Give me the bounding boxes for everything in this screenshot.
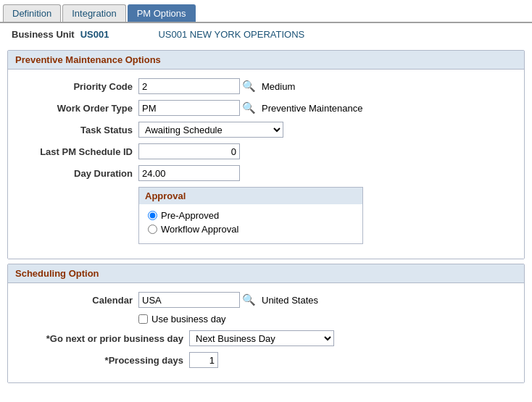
day-duration-label: Day Duration bbox=[22, 168, 138, 179]
pre-approved-label: Pre-Approved bbox=[161, 210, 219, 221]
tab-integration[interactable]: Integration bbox=[62, 4, 125, 22]
last-pm-label: Last PM Schedule ID bbox=[22, 146, 138, 157]
pre-approved-row: Pre-Approved bbox=[148, 210, 354, 221]
pm-options-section: Preventive Maintenance Options Priority … bbox=[7, 50, 525, 259]
scheduling-section-header: Scheduling Option bbox=[8, 264, 524, 283]
go-next-prior-label: *Go next or prior business day bbox=[22, 333, 189, 344]
tab-definition[interactable]: Definition bbox=[3, 4, 61, 22]
workflow-approval-row: Workflow Approval bbox=[148, 224, 354, 235]
task-status-row: Task Status Awaiting Schedule bbox=[22, 122, 510, 138]
use-business-day-row: Use business day bbox=[138, 314, 510, 324]
priority-code-row: Priority Code 🔍 Medium bbox=[22, 78, 510, 94]
pm-section-body: Priority Code 🔍 Medium Work Order Type 🔍… bbox=[8, 70, 524, 259]
task-status-label: Task Status bbox=[22, 125, 138, 135]
priority-code-desc: Medium bbox=[262, 81, 295, 92]
pm-section-header: Preventive Maintenance Options bbox=[8, 51, 524, 70]
processing-days-input[interactable] bbox=[189, 352, 218, 368]
work-order-type-input[interactable] bbox=[138, 100, 240, 116]
go-next-prior-select[interactable]: Next Business Day Prior Business Day bbox=[189, 330, 334, 346]
priority-code-input[interactable] bbox=[138, 78, 240, 94]
workflow-approval-label: Workflow Approval bbox=[161, 224, 238, 235]
work-order-type-label: Work Order Type bbox=[22, 103, 138, 114]
scheduling-section: Scheduling Option Calendar 🔍 United Stat… bbox=[7, 264, 525, 383]
approval-panel: Approval Pre-Approved Workflow Approval bbox=[138, 187, 363, 244]
last-pm-input[interactable] bbox=[138, 143, 240, 159]
last-pm-row: Last PM Schedule ID bbox=[22, 143, 510, 159]
processing-days-label: *Processing days bbox=[22, 355, 189, 366]
calendar-desc: United States bbox=[262, 295, 318, 306]
calendar-label: Calendar bbox=[22, 295, 138, 306]
approval-header: Approval bbox=[139, 188, 362, 204]
work-order-type-row: Work Order Type 🔍 Preventive Maintenance bbox=[22, 100, 510, 116]
bu-description: US001 NEW YORK OPERATIONS bbox=[158, 29, 304, 40]
calendar-input[interactable] bbox=[138, 292, 240, 308]
processing-days-row: *Processing days bbox=[22, 352, 510, 368]
task-status-select[interactable]: Awaiting Schedule bbox=[138, 122, 283, 138]
priority-code-lookup-icon[interactable]: 🔍 bbox=[242, 80, 256, 93]
pre-approved-radio[interactable] bbox=[148, 211, 157, 220]
use-business-day-label: Use business day bbox=[151, 314, 226, 324]
bu-value: US001 bbox=[80, 29, 109, 40]
priority-code-label: Priority Code bbox=[22, 81, 138, 92]
go-next-prior-row: *Go next or prior business day Next Busi… bbox=[22, 330, 510, 346]
approval-body: Pre-Approved Workflow Approval bbox=[139, 204, 362, 243]
work-order-type-desc: Preventive Maintenance bbox=[262, 103, 362, 114]
tab-bar: Definition Integration PM Options bbox=[0, 0, 532, 23]
bu-label: Business Unit bbox=[12, 29, 75, 40]
use-business-day-checkbox[interactable] bbox=[138, 314, 148, 324]
tab-pm-options[interactable]: PM Options bbox=[128, 4, 196, 22]
workflow-approval-radio[interactable] bbox=[148, 225, 157, 234]
calendar-row: Calendar 🔍 United States bbox=[22, 292, 510, 308]
scheduling-section-body: Calendar 🔍 United States Use business da… bbox=[8, 283, 524, 382]
business-unit-row: Business Unit US001 US001 NEW YORK OPERA… bbox=[0, 23, 532, 46]
work-order-type-lookup-icon[interactable]: 🔍 bbox=[242, 101, 256, 114]
day-duration-input[interactable] bbox=[138, 165, 240, 181]
calendar-lookup-icon[interactable]: 🔍 bbox=[242, 293, 256, 306]
day-duration-row: Day Duration bbox=[22, 165, 510, 181]
